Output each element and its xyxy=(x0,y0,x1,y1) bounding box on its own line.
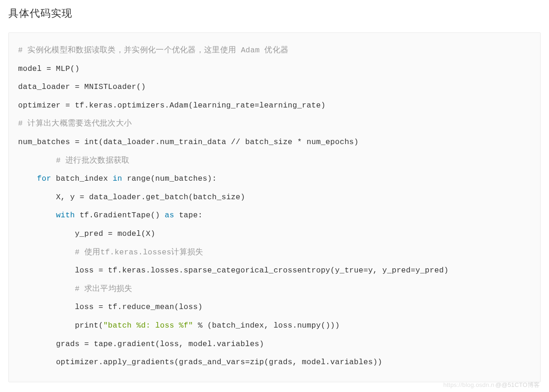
code-line: print("batch %d: loss %f" % (batch_index… xyxy=(18,316,531,335)
code-text: tf.GradientTape() xyxy=(75,211,165,220)
code-text: X, y = data_loader.get_batch(batch_size) xyxy=(56,193,245,202)
code-text: grads = tape.gradient(loss, model.variab… xyxy=(56,340,264,348)
code-text: print( xyxy=(75,321,103,330)
code-keyword: with xyxy=(56,211,75,220)
code-keyword: as xyxy=(165,211,174,220)
code-text: % (batch_index, loss.numpy())) xyxy=(193,321,339,330)
code-line: # 求出平均损失 xyxy=(18,280,531,298)
code-text: optimizer.apply_gradients(grads_and_vars… xyxy=(56,358,383,367)
code-block: # 实例化模型和数据读取类，并实例化一个优化器，这里使用 Adam 优化器mod… xyxy=(8,32,541,382)
code-line: optimizer = tf.keras.optimizers.Adam(lea… xyxy=(18,96,531,115)
code-line: for batch_index in range(num_batches): xyxy=(18,170,531,188)
code-line: X, y = data_loader.get_batch(batch_size) xyxy=(18,188,531,207)
watermark-brand: @@51CTO博客 xyxy=(495,381,540,388)
code-comment: # 计算出大概需要迭代批次大小 xyxy=(18,119,132,128)
code-line: grads = tape.gradient(loss, model.variab… xyxy=(18,335,531,354)
code-line: # 进行批次数据获取 xyxy=(18,152,531,170)
code-text: y_pred = model(X) xyxy=(75,229,155,238)
code-text: loss = tf.keras.losses.sparse_categorica… xyxy=(75,266,448,275)
code-line: loss = tf.reduce_mean(loss) xyxy=(18,298,531,316)
code-text: loss = tf.reduce_mean(loss) xyxy=(75,303,202,311)
code-text: optimizer = tf.keras.optimizers.Adam(lea… xyxy=(18,101,326,110)
code-line: # 使用tf.keras.losses计算损失 xyxy=(18,243,531,262)
watermark: https://blog.osdn.n@@51CTO博客 xyxy=(443,381,540,389)
code-line: y_pred = model(X) xyxy=(18,225,531,243)
code-comment: # 进行批次数据获取 xyxy=(56,156,130,165)
section-heading: 具体代码实现 xyxy=(0,0,549,26)
code-text: model = MLP() xyxy=(18,64,80,73)
watermark-url: https://blog.osdn.n xyxy=(443,381,494,388)
code-text: range(num_batches): xyxy=(122,174,217,183)
code-text: data_loader = MNISTLoader() xyxy=(18,82,146,91)
code-line: loss = tf.keras.losses.sparse_categorica… xyxy=(18,261,531,280)
code-text: tape: xyxy=(174,211,203,220)
code-text: num_batches = int(data_loader.num_train_… xyxy=(18,138,359,146)
code-line: num_batches = int(data_loader.num_train_… xyxy=(18,133,531,152)
code-line: with tf.GradientTape() as tape: xyxy=(18,206,531,225)
code-line: data_loader = MNISTLoader() xyxy=(18,78,531,96)
code-line: model = MLP() xyxy=(18,60,531,78)
code-comment: # 求出平均损失 xyxy=(75,285,132,293)
code-line: optimizer.apply_gradients(grads_and_vars… xyxy=(18,353,531,372)
code-comment: # 实例化模型和数据读取类，并实例化一个优化器，这里使用 Adam 优化器 xyxy=(18,46,288,55)
code-comment: # 使用tf.keras.losses计算损失 xyxy=(75,248,203,257)
code-text: batch_index xyxy=(51,174,113,183)
code-string: "batch %d: loss %f" xyxy=(103,321,193,330)
code-line: # 计算出大概需要迭代批次大小 xyxy=(18,114,531,133)
code-keyword: in xyxy=(113,174,122,183)
code-keyword: for xyxy=(37,174,51,183)
code-line: # 实例化模型和数据读取类，并实例化一个优化器，这里使用 Adam 优化器 xyxy=(18,41,531,60)
